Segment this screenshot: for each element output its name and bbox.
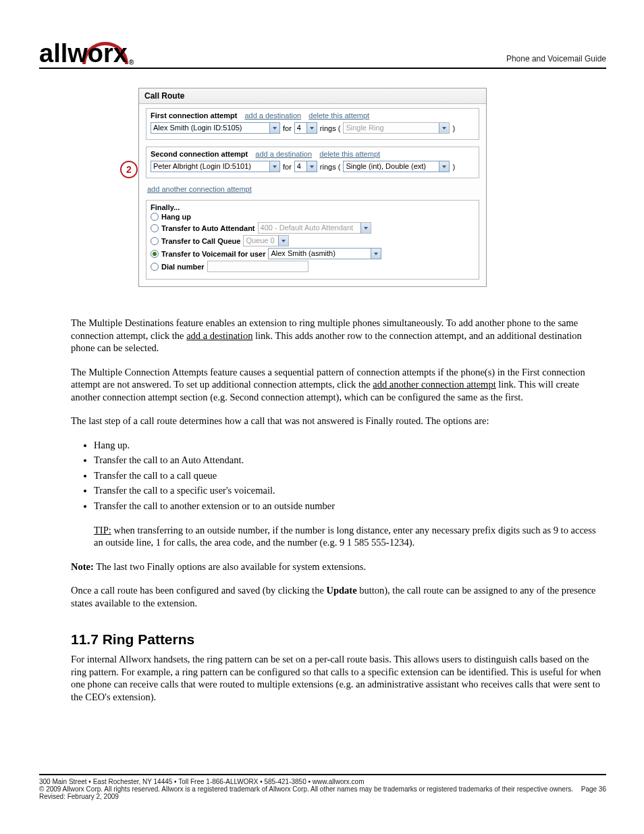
call-route-panel: Call Route First connection attempt add … — [138, 88, 487, 287]
call-queue-label: Transfer to Call Queue — [161, 237, 240, 245]
attempt1-user-select[interactable]: Alex Smith (Login ID:5105) — [151, 122, 280, 134]
body-text: The Multiple Destinations feature enable… — [71, 317, 601, 714]
add-destination-link[interactable]: add a destination — [244, 111, 301, 120]
callout-number: 2 — [120, 161, 138, 178]
list-item: Transfer the call to an Auto Attendant. — [94, 454, 601, 467]
attempt2-user-select[interactable]: Peter Albright (Login ID:5101) — [151, 161, 280, 172]
para3: The last step of a call route determines… — [71, 415, 601, 427]
radio-voicemail[interactable] — [151, 250, 159, 258]
tip-text: when transferring to an outside number, … — [94, 525, 596, 548]
add-another-attempt-link[interactable]: add another connection attempt — [147, 185, 252, 193]
note-text: The last two Finally options are also av… — [96, 561, 366, 572]
doc-title: Phone and Voicemail Guide — [506, 54, 606, 66]
para5: For internal Allworx handsets, the ring … — [71, 653, 601, 703]
dial-number-input[interactable] — [207, 261, 308, 272]
attempt1-rings-select[interactable]: 4 — [294, 122, 317, 134]
for-label-2: for — [283, 163, 292, 171]
radio-dial-number[interactable] — [151, 263, 159, 271]
rings-label: rings ( — [320, 124, 341, 132]
section-heading: 11.7 Ring Patterns — [71, 631, 601, 649]
page-footer: 300 Main Street • East Rochester, NY 144… — [39, 774, 606, 800]
tip-label: TIP: — [94, 525, 111, 536]
finally-options-list: Hang up. Transfer the call to an Auto At… — [71, 439, 601, 513]
attempt1-heading: First connection attempt — [151, 111, 237, 120]
footer-address: 300 Main Street • East Rochester, NY 144… — [39, 778, 573, 785]
allworx-logo: allw orx ® — [39, 34, 134, 66]
delete-attempt-link-2[interactable]: delete this attempt — [319, 150, 380, 158]
add-destination-link-2[interactable]: add a destination — [255, 150, 312, 158]
for-label: for — [283, 124, 292, 132]
attempt2-heading: Second connection attempt — [151, 150, 248, 158]
note-label: Note: — [71, 561, 94, 572]
call-queue-select[interactable]: Queue 0 — [243, 235, 289, 246]
list-item: Transfer the call to a call queue — [94, 469, 601, 482]
footer-copyright: © 2009 Allworx Corp. All rights reserved… — [39, 785, 573, 793]
hangup-label: Hang up — [161, 213, 191, 221]
page-header: allw orx ® Phone and Voicemail Guide — [39, 34, 606, 69]
finally-title: Finally... — [151, 203, 475, 211]
radio-call-queue[interactable] — [151, 237, 159, 245]
panel-title: Call Route — [139, 88, 486, 104]
second-connection-attempt: Second connection attempt add a destinat… — [146, 147, 479, 178]
list-item: Transfer the call to a specific user's v… — [94, 484, 601, 497]
para2-link: add another connection attempt — [373, 379, 495, 390]
first-connection-attempt: First connection attempt add a destinati… — [146, 108, 479, 140]
rings-label-2: rings ( — [320, 163, 341, 171]
attempt2-rings-select[interactable]: 4 — [294, 161, 317, 172]
voicemail-label: Transfer to Voicemail for user — [161, 250, 265, 258]
footer-revised: Revised: February 2, 2009 — [39, 793, 573, 800]
dial-number-label: Dial number — [161, 263, 205, 271]
update-word: Update — [326, 585, 356, 596]
attempt2-ringtype-select[interactable]: Single (int), Double (ext) — [343, 161, 450, 172]
radio-hangup[interactable] — [151, 213, 159, 221]
voicemail-user-select[interactable]: Alex Smith (asmith) — [268, 248, 381, 259]
footer-page: Page 36 — [581, 785, 606, 793]
registered-mark: ® — [129, 59, 134, 66]
auto-attendant-label: Transfer to Auto Attendant — [161, 224, 255, 232]
radio-auto-attendant[interactable] — [151, 224, 159, 232]
auto-attendant-select[interactable]: 400 - Default Auto Attendant — [258, 222, 371, 234]
list-item: Hang up. — [94, 439, 601, 452]
para4a: Once a call route has been configured an… — [71, 585, 326, 596]
para1-link: add a destination — [186, 330, 252, 341]
delete-attempt-link[interactable]: delete this attempt — [308, 111, 369, 120]
finally-section: Finally... Hang up Transfer to Auto Atte… — [146, 200, 479, 280]
attempt1-ringtype-select[interactable]: Single Ring — [343, 122, 450, 134]
list-item: Transfer the call to another extension o… — [94, 500, 601, 513]
